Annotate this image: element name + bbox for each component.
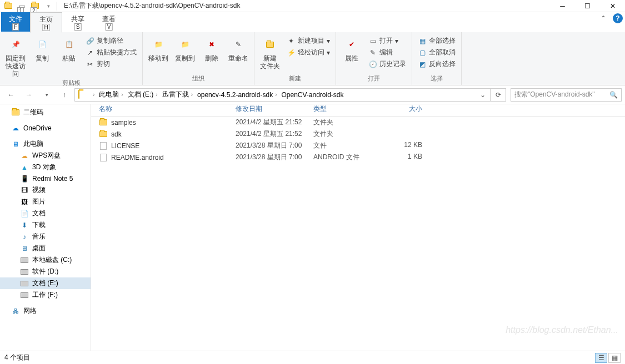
newitem-icon: ✦ [287,37,296,46]
view-icons-button[interactable]: ▦ [608,353,621,363]
main-area: 二维码 ☁OneDrive 🖥此电脑 ☁WPS网盘 ▲3D 对象 📱Redmi … [0,104,625,351]
invert-icon: ◩ [418,60,427,69]
nav-sidebar[interactable]: 二维码 ☁OneDrive 🖥此电脑 ☁WPS网盘 ▲3D 对象 📱Redmi … [0,104,91,351]
col-name-header[interactable]: 名称 [91,104,236,114]
tab-home[interactable]: 主页H [30,12,62,33]
sidebar-item-onedrive[interactable]: ☁OneDrive [0,123,91,134]
easyaccess-button[interactable]: ⚡轻松访问 ▾ [284,47,332,58]
status-text: 4 个项目 [4,353,30,362]
edit-icon: ✎ [368,48,377,57]
copypath-button[interactable]: 🔗复制路径 [83,36,139,46]
sidebar-item-diske[interactable]: 文档 (E:) [0,277,91,289]
open-button[interactable]: ▭打开 ▾ [366,36,408,46]
sidebar-item-downloads[interactable]: ⬇下载 [0,219,91,231]
sidebar-item-3dobjects[interactable]: ▲3D 对象 [0,161,91,173]
newfolder-button[interactable]: 新建 文件夹 [258,33,282,70]
qat-newfolder-icon[interactable]: 2 [29,1,41,12]
qat-folder-icon[interactable] [2,1,14,12]
col-size-header[interactable]: 大小 [382,104,427,114]
copyto-icon: 📁 [176,36,194,53]
recent-dropdown[interactable]: ▾ [39,88,54,102]
breadcrumb-item: OpenCV-android-sdk [279,91,346,99]
forward-button[interactable]: → [21,88,37,102]
cut-icon: ✂ [86,60,94,69]
sidebar-item-diskd[interactable]: 软件 (D:) [0,266,91,277]
newitem-button[interactable]: ✦新建项目 ▾ [284,36,332,46]
sidebar-item-desktop[interactable]: 🖥桌面 [0,242,91,254]
selectall-button[interactable]: ▦全部选择 [416,36,458,46]
col-type-header[interactable]: 类型 [313,104,382,114]
qat-properties-icon[interactable]: ▭1 [16,1,28,12]
copypath-icon: 🔗 [86,37,94,46]
maximize-button[interactable]: ☐ [575,0,600,12]
view-details-button[interactable]: ☰ [595,353,607,363]
delete-button[interactable]: ✖删除 [199,33,224,62]
file-name: LICENSE [111,142,139,150]
file-size [382,118,427,127]
search-input[interactable]: 搜索"OpenCV-android-sdk" 🔍 [511,88,622,102]
copy-icon: 📄 [33,36,51,53]
rename-button[interactable]: ✎重命名 [226,33,251,62]
file-row[interactable]: LICENSE2021/3/28 星期日 7:00文件12 KB [91,140,625,151]
pin-icon: 📌 [7,36,24,53]
rename-icon: ✎ [229,36,247,53]
file-name: sdk [111,130,122,138]
breadcrumb-item: opencv-4.5.2-android-sdk› [195,91,279,99]
sidebar-item-diskc[interactable]: 本地磁盘 (C:) [0,254,91,266]
selectnone-button[interactable]: ▢全部取消 [416,47,458,58]
tab-share[interactable]: 共享S [62,12,93,32]
file-date: 2021/3/28 星期日 7:00 [236,141,313,150]
file-row[interactable]: samples2021/4/2 星期五 21:52文件夹 [91,117,625,128]
group-open-label: 打开 [339,73,408,84]
sidebar-item-thispc[interactable]: 🖥此电脑 [0,138,91,150]
address-folder-icon [78,90,88,99]
address-dropdown-icon[interactable]: ⌄ [477,91,489,99]
edit-button[interactable]: ✎编辑 [366,47,408,58]
properties-button[interactable]: ✔属性 [339,33,364,62]
address-bar[interactable]: › 此电脑› 文档 (E:)› 迅雷下载› opencv-4.5.2-andro… [74,88,491,102]
paste-button[interactable]: 📋粘贴 [57,33,81,62]
tab-view[interactable]: 查看V [93,12,124,32]
easyaccess-icon: ⚡ [287,48,296,57]
collapse-ribbon-icon[interactable]: ⌃ [596,12,611,24]
pasteshortcut-button[interactable]: ↗粘贴快捷方式 [83,47,139,58]
minimize-button[interactable]: ─ [550,0,575,12]
sidebar-item-music[interactable]: ♪音乐 [0,231,91,242]
breadcrumb-item: 此电脑› [97,90,125,99]
invert-button[interactable]: ◩反向选择 [416,59,458,69]
file-size: 1 KB [382,153,427,162]
file-icon [99,141,108,150]
title-bar: ▭1 2 ▾ E:\迅雷下载\opencv-4.5.2-android-sdk\… [0,0,625,12]
sidebar-item-documents[interactable]: 📄文档 [0,208,91,219]
sidebar-item-redmi[interactable]: 📱Redmi Note 5 [0,173,91,184]
sidebar-item-qrcode[interactable]: 二维码 [0,107,91,118]
sidebar-item-pictures[interactable]: 🖼图片 [0,196,91,208]
history-icon: 🕗 [368,60,377,69]
sidebar-item-network[interactable]: 🖧网络 [0,305,91,317]
moveto-button[interactable]: 📁移动到 [146,33,171,62]
file-row[interactable]: README.android2021/3/28 星期日 7:00ANDROID … [91,151,625,163]
copyto-button[interactable]: 📁复制到 [173,33,197,62]
qat-dropdown-icon[interactable]: ▾ [42,1,54,12]
breadcrumb-item: 迅雷下载› [160,90,195,99]
up-button[interactable]: ↑ [57,88,72,102]
delete-icon: ✖ [203,36,221,53]
file-name: README.android [111,154,164,161]
copy-button[interactable]: 📄复制 [30,33,54,62]
help-icon[interactable]: ? [613,13,623,23]
tab-file[interactable]: 文件F [1,12,30,32]
ribbon-tabs: 文件F 主页H 共享S 查看V ⌃ ? [0,12,625,32]
sidebar-item-videos[interactable]: 🎞视频 [0,184,91,196]
file-row[interactable]: sdk2021/4/2 星期五 21:52文件夹 [91,128,625,140]
history-button[interactable]: 🕗历史记录 [366,59,408,69]
pin-button[interactable]: 📌固定到快速访问 [3,33,28,78]
refresh-button[interactable]: ⟳ [491,88,506,102]
shortcut-icon: ↗ [86,48,94,57]
close-button[interactable]: ✕ [600,0,625,12]
paste-icon: 📋 [60,36,78,53]
back-button[interactable]: ← [3,88,19,102]
sidebar-item-wps[interactable]: ☁WPS网盘 [0,150,91,161]
sidebar-item-diskf[interactable]: 工作 (F:) [0,289,91,301]
cut-button[interactable]: ✂剪切 [83,59,139,69]
col-date-header[interactable]: 修改日期 [236,104,313,114]
